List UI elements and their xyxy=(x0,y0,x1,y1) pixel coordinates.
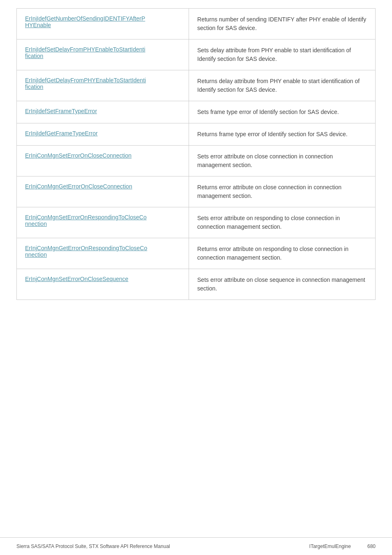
description-cell: Returns delay attribute from PHY enable … xyxy=(189,70,376,101)
api-cell: ErInjIdefGetFrameTypeError xyxy=(17,123,189,146)
api-link[interactable]: ErInjConMgnSetErrorOnRespondingToCloseCo… xyxy=(25,214,147,227)
description-text: Sets frame type error of Identify sectio… xyxy=(197,109,339,115)
table-row: ErInjIdefSetFrameTypeErrorSets frame typ… xyxy=(17,101,376,123)
description-text: Sets delay attribute from PHY enable to … xyxy=(197,47,351,62)
footer-section: ITargetEmulEngine xyxy=(309,543,351,549)
page-wrapper: ErInjIdefGetNumberOfSendingIDENTIFYAfter… xyxy=(0,0,392,555)
table-row: ErInjConMgnSetErrorOnCloseSequenceSets e… xyxy=(17,269,376,300)
api-cell: ErInjConMgnGetErrorOnCloseConnection xyxy=(17,176,189,207)
table-row: ErInjConMgnSetErrorOnRespondingToCloseCo… xyxy=(17,207,376,238)
description-cell: Sets delay attribute from PHY enable to … xyxy=(189,39,376,70)
table-row: ErInjIdefGetNumberOfSendingIDENTIFYAfter… xyxy=(17,9,376,39)
table-row: ErInjIdefSetDelayFromPHYEnableToStartIde… xyxy=(17,39,376,70)
api-link[interactable]: ErInjIdefGetFrameTypeError xyxy=(25,130,98,137)
description-cell: Sets frame type error of Identify sectio… xyxy=(189,101,376,123)
api-cell: ErInjConMgnSetErrorOnRespondingToCloseCo… xyxy=(17,207,189,238)
table-row: ErInjIdefGetFrameTypeErrorReturns frame … xyxy=(17,123,376,146)
description-cell: Sets error attribute on responding to cl… xyxy=(189,207,376,238)
api-link[interactable]: ErInjIdefSetDelayFromPHYEnableToStartIde… xyxy=(25,46,145,59)
api-link[interactable]: ErInjConMgnGetErrorOnRespondingToCloseCo… xyxy=(25,245,147,258)
api-table: ErInjIdefGetNumberOfSendingIDENTIFYAfter… xyxy=(16,8,376,300)
description-text: Returns error attribute on responding to… xyxy=(197,246,348,261)
api-cell: ErInjConMgnGetErrorOnRespondingToCloseCo… xyxy=(17,238,189,269)
description-cell: Sets error attribute on close connection… xyxy=(189,146,376,176)
description-text: Returns frame type error of Identify sec… xyxy=(197,131,348,137)
api-link[interactable]: ErInjIdefGetNumberOfSendingIDENTIFYAfter… xyxy=(25,15,145,28)
description-cell: Returns frame type error of Identify sec… xyxy=(189,123,376,146)
api-cell: ErInjIdefSetDelayFromPHYEnableToStartIde… xyxy=(17,39,189,70)
description-text: Sets error attribute on close sequence i… xyxy=(197,276,365,292)
description-text: Sets error attribute on close connection… xyxy=(197,153,333,168)
main-content: ErInjIdefGetNumberOfSendingIDENTIFYAfter… xyxy=(0,0,392,537)
api-cell: ErInjIdefGetDelayFromPHYEnableToStartIde… xyxy=(17,70,189,101)
table-row: ErInjConMgnSetErrorOnCloseConnectionSets… xyxy=(17,146,376,176)
description-text: Returns number of sending IDENTIFY after… xyxy=(197,16,366,31)
table-row: ErInjConMgnGetErrorOnRespondingToCloseCo… xyxy=(17,238,376,269)
footer: Sierra SAS/SATA Protocol Suite, STX Soft… xyxy=(0,537,392,555)
api-cell: ErInjConMgnSetErrorOnCloseConnection xyxy=(17,146,189,176)
api-link[interactable]: ErInjConMgnSetErrorOnCloseConnection xyxy=(25,152,131,159)
api-cell: ErInjIdefGetNumberOfSendingIDENTIFYAfter… xyxy=(17,9,189,39)
description-text: Returns error attribute on close connect… xyxy=(197,184,341,199)
footer-page: 680 xyxy=(367,543,376,549)
api-link[interactable]: ErInjConMgnGetErrorOnCloseConnection xyxy=(25,183,132,190)
description-text: Sets error attribute on responding to cl… xyxy=(197,215,340,230)
description-cell: Returns error attribute on responding to… xyxy=(189,238,376,269)
description-text: Returns delay attribute from PHY enable … xyxy=(197,78,360,93)
description-cell: Sets error attribute on close sequence i… xyxy=(189,269,376,300)
footer-title: Sierra SAS/SATA Protocol Suite, STX Soft… xyxy=(16,543,170,549)
footer-right: ITargetEmulEngine 680 xyxy=(309,543,376,549)
description-cell: Returns error attribute on close connect… xyxy=(189,176,376,207)
table-row: ErInjConMgnGetErrorOnCloseConnectionRetu… xyxy=(17,176,376,207)
description-cell: Returns number of sending IDENTIFY after… xyxy=(189,9,376,39)
api-link[interactable]: ErInjIdefSetFrameTypeError xyxy=(25,108,97,114)
table-row: ErInjIdefGetDelayFromPHYEnableToStartIde… xyxy=(17,70,376,101)
api-link[interactable]: ErInjIdefGetDelayFromPHYEnableToStartIde… xyxy=(25,77,146,90)
api-cell: ErInjIdefSetFrameTypeError xyxy=(17,101,189,123)
api-cell: ErInjConMgnSetErrorOnCloseSequence xyxy=(17,269,189,300)
api-link[interactable]: ErInjConMgnSetErrorOnCloseSequence xyxy=(25,276,128,282)
